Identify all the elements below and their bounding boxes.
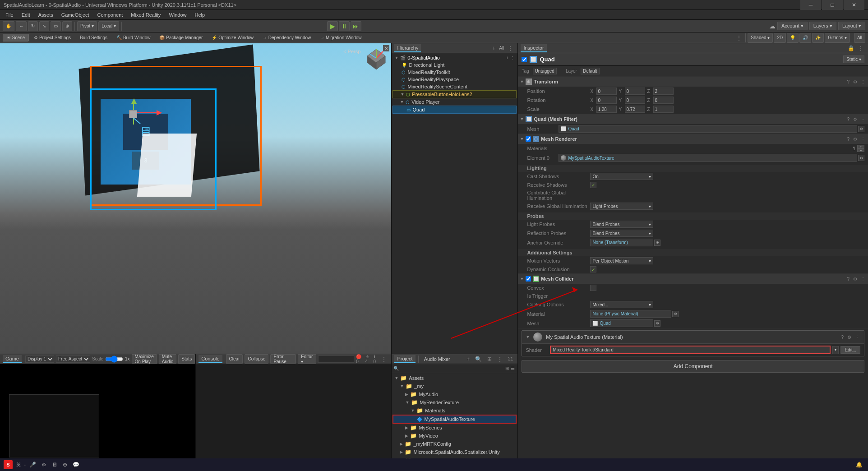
view-2d-btn[interactable]: 2D xyxy=(774,33,786,43)
proj-item-spatial-audio-texture[interactable]: 🔷 MySpatialAudioTexture xyxy=(392,415,517,424)
taskbar-lang-btn[interactable]: 英 xyxy=(14,462,23,468)
shader-arrow-btn[interactable]: ▾ xyxy=(832,346,839,354)
audio-mixer-tab[interactable]: Audio Mixer xyxy=(421,356,453,363)
error-pause-btn[interactable]: Error Pause xyxy=(270,354,296,364)
dynamic-occlusion-check[interactable] xyxy=(590,266,596,272)
inspector-tab[interactable]: Inspector xyxy=(521,44,546,52)
game-tab[interactable]: Game xyxy=(3,355,22,363)
taskbar-settings-btn[interactable]: ⚙ xyxy=(40,462,48,468)
mat-menu-btn[interactable]: ⋮ xyxy=(854,335,860,340)
hierarchy-add-btn[interactable]: + xyxy=(490,45,497,51)
hierarchy-all-btn[interactable]: All xyxy=(497,46,506,51)
proj-add-btn[interactable]: + xyxy=(465,356,471,362)
scene-shortcut-btn[interactable]: ☀ Scene xyxy=(3,34,29,42)
menu-edit[interactable]: Edit xyxy=(18,11,34,18)
step-btn[interactable]: ⏭ xyxy=(351,21,361,31)
console-more-btn[interactable]: ⋮ xyxy=(379,356,388,362)
transform-tool-btn[interactable]: ⊕ xyxy=(62,21,72,31)
proj-item-my[interactable]: ▼ 📁 _my xyxy=(392,382,517,390)
migration-window-btn[interactable]: → Migration Window xyxy=(316,34,365,42)
menu-assets[interactable]: Assets xyxy=(35,11,57,18)
hierarchy-item-quad[interactable]: ▭ Quad xyxy=(392,106,517,114)
minimize-btn[interactable]: ─ xyxy=(800,0,821,10)
mc-menu-btn[interactable]: ⋮ xyxy=(860,277,866,282)
proj-item-my-scenes[interactable]: ▶ 📁 MyScenes xyxy=(392,424,517,432)
menu-component[interactable]: Component xyxy=(93,11,126,18)
scale-z-input[interactable] xyxy=(653,106,674,113)
pos-x-input[interactable] xyxy=(596,88,617,95)
more-options-btn[interactable]: ⋮ xyxy=(734,35,743,41)
effects-btn[interactable]: ✨ xyxy=(812,33,824,43)
account-btn[interactable]: Account ▾ xyxy=(777,22,808,30)
light-probes-dropdown[interactable]: Blend Probes ▾ xyxy=(590,221,653,228)
console-tab[interactable]: Console xyxy=(199,355,222,363)
maximize-btn[interactable]: □ xyxy=(822,0,843,10)
mr-question-btn[interactable]: ? xyxy=(846,137,850,142)
rect-tool-btn[interactable]: ▭ xyxy=(51,21,61,31)
reflection-probes-dropdown[interactable]: Blend Probes ▾ xyxy=(590,230,653,237)
layer-value-btn[interactable]: Default xyxy=(581,68,600,74)
display-select[interactable]: Display 1 xyxy=(25,356,54,363)
proj-item-spatial-audio[interactable]: ▶ 📁 Microsoft.SpatialAudio.Spatializer.U… xyxy=(392,448,517,456)
menu-file[interactable]: File xyxy=(2,11,17,18)
rot-y-input[interactable] xyxy=(625,97,645,104)
package-manager-btn[interactable]: 📦 Package Manager xyxy=(155,34,207,42)
pivot-btn[interactable]: Pivot ▾ xyxy=(77,21,97,31)
mesh-filter-dot-btn[interactable]: ⊙ xyxy=(858,126,864,132)
cooking-options-dropdown[interactable]: Mixed... ▾ xyxy=(590,301,653,308)
collider-mesh-dot-btn[interactable]: ⊙ xyxy=(654,320,660,327)
hierarchy-item-directional-light[interactable]: 💡 Directional Light xyxy=(392,61,517,69)
collapse-btn[interactable]: Collapse xyxy=(245,354,268,364)
proj-more-btn[interactable]: ⋮ xyxy=(495,356,504,362)
all-btn[interactable]: All xyxy=(854,33,865,43)
taskbar-chat-btn[interactable]: 💬 xyxy=(71,462,81,468)
mesh-collider-header[interactable]: ▼ ⬜ Mesh Collider ? ⚙ ⋮ xyxy=(518,274,868,284)
scene-close-btn[interactable]: ✕ xyxy=(383,45,389,51)
mesh-collider-checkbox[interactable] xyxy=(526,276,531,282)
shader-value-dropdown[interactable]: Mixed Reality Toolkit/Standard xyxy=(550,346,831,354)
mf-question-btn[interactable]: ? xyxy=(846,117,850,122)
hier-settings-btn[interactable]: ⋮ xyxy=(510,55,515,60)
hierarchy-more-btn[interactable]: ⋮ xyxy=(506,45,515,51)
mc-question-btn[interactable]: ? xyxy=(846,277,850,282)
proj-item-my-video[interactable]: ▶ 📁 MyVideo xyxy=(392,432,517,440)
taskbar-notify-btn[interactable]: 🔔 xyxy=(854,462,864,468)
lighting-btn[interactable]: 💡 xyxy=(787,33,799,43)
move-tool-btn[interactable]: ↔ xyxy=(16,21,27,31)
pos-z-input[interactable] xyxy=(653,88,674,95)
collider-mesh-value-btn[interactable]: ⬜ Quad xyxy=(590,319,653,327)
local-btn[interactable]: Local ▾ xyxy=(98,21,119,31)
inspector-lock-btn[interactable]: 🔒 xyxy=(846,45,856,51)
mute-audio-btn[interactable]: Mute Audio xyxy=(159,354,177,364)
mesh-filter-header[interactable]: ▼ ⬜ Quad (Mesh Filter) ? ⚙ ⋮ xyxy=(518,114,868,124)
project-search-input[interactable] xyxy=(401,365,504,372)
convex-check[interactable] xyxy=(590,285,596,291)
proj-item-mrtk-config[interactable]: ▶ 📁 _myMRTKConfig xyxy=(392,440,517,448)
mr-settings-btn[interactable]: ⚙ xyxy=(852,137,858,142)
project-settings-btn[interactable]: ⚙ Project Settings xyxy=(30,34,75,42)
gizmos-btn[interactable]: Gizmos ▾ xyxy=(825,33,850,43)
build-settings-btn[interactable]: Build Settings xyxy=(76,34,111,42)
mat-remove-btn[interactable]: − xyxy=(857,148,864,152)
element0-value-btn[interactable]: MySpatialAudioTexture xyxy=(559,154,857,162)
shaded-btn[interactable]: Shaded ▾ xyxy=(748,33,773,43)
mf-settings-btn[interactable]: ⚙ xyxy=(852,117,858,122)
dependency-window-btn[interactable]: → Dependency Window xyxy=(259,34,315,42)
scale-x-input[interactable] xyxy=(596,106,617,113)
anchor-override-value-btn[interactable]: None (Transform) xyxy=(590,239,653,246)
cast-shadows-dropdown[interactable]: On ▾ xyxy=(590,173,653,180)
receive-gi-dropdown[interactable]: Light Probes ▾ xyxy=(590,203,653,210)
transform-question-btn[interactable]: ? xyxy=(846,79,850,84)
menu-gameobject[interactable]: GameObject xyxy=(58,11,93,18)
static-btn[interactable]: Static ▾ xyxy=(843,55,864,63)
scene-3d-area[interactable]: 🖥 3 xyxy=(0,43,391,354)
add-component-btn[interactable]: Add Component xyxy=(522,360,864,373)
mc-settings-btn[interactable]: ⚙ xyxy=(852,277,858,282)
obj-active-checkbox[interactable] xyxy=(522,57,527,62)
collider-material-value-btn[interactable]: None (Physic Material) xyxy=(590,310,671,318)
hierarchy-item-scene-content[interactable]: ⬡ MixedRealitySceneContent xyxy=(392,83,517,90)
receive-shadows-check[interactable] xyxy=(590,182,596,188)
hierarchy-root[interactable]: ▼ 🎬 0-SpatialAudio + ⋮ xyxy=(392,54,517,61)
collider-mat-dot-btn[interactable]: ⊙ xyxy=(672,311,679,317)
menu-window[interactable]: Window xyxy=(165,11,190,18)
